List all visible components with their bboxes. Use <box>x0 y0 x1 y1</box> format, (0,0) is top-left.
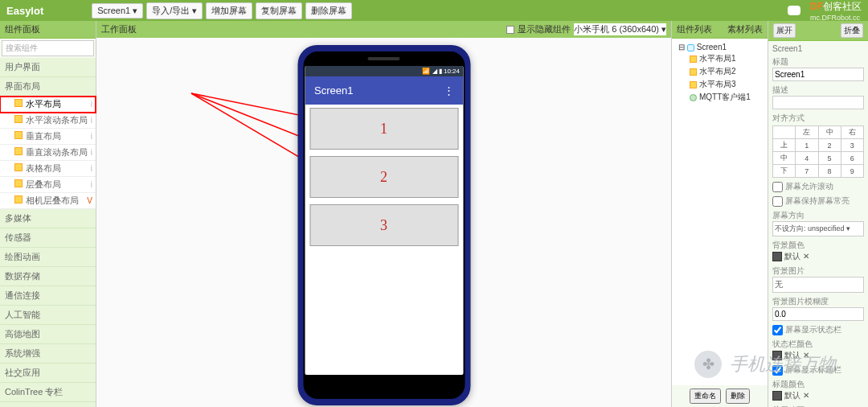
palette-category[interactable]: 系统增强 <box>0 344 96 364</box>
layout-item[interactable]: 相机层叠布局V <box>0 193 96 209</box>
show-title-checkbox[interactable] <box>772 365 783 376</box>
palette-category[interactable]: 传感器 <box>0 228 96 248</box>
layout-item[interactable]: 表格布局i <box>0 161 96 177</box>
device-preview: 📶 ◢ ▮ 10:24 Screen1 ⋮ 1 2 3 <box>297 45 470 405</box>
import-export-button[interactable]: 导入/导出 ▾ <box>146 2 203 19</box>
workspace-title: 工作面板 <box>101 23 137 35</box>
tree-item-ha3[interactable]: 水平布局3 <box>675 78 764 91</box>
layout-item[interactable]: 垂直滚动条布局i <box>0 145 96 161</box>
app-bar: Screen1 ⋮ <box>305 76 463 105</box>
component-tree[interactable]: ⊟ Screen1 水平布局1 水平布局2 水平布局3 MQTT客户端1 <box>672 39 768 385</box>
tree-item-ha2[interactable]: 水平布局2 <box>675 65 764 78</box>
show-status-checkbox[interactable] <box>772 325 783 335</box>
robot-icon <box>783 2 805 18</box>
palette-header: 组件面板 <box>0 21 96 39</box>
tree-item-ha1[interactable]: 水平布局1 <box>675 52 764 65</box>
orientation-select[interactable]: 不设方向: unspecified ▾ <box>772 221 864 236</box>
palette-category[interactable]: 高德地图 <box>0 325 96 344</box>
cat-layout[interactable]: 界面布局 <box>0 77 96 97</box>
desc-input[interactable] <box>772 96 864 109</box>
device-select[interactable]: 小米手机 6 (360x640) ▾ <box>574 23 666 35</box>
palette-category[interactable]: 社交应用 <box>0 364 96 383</box>
selected-component: Screen1 <box>772 44 864 53</box>
component-palette: 组件面板 搜索组件 用户界面 界面布局 水平布局i水平滚动条布局i垂直布局i垂直… <box>0 21 96 407</box>
horizontal-arrangement-1[interactable]: 1 <box>309 108 458 150</box>
tree-root[interactable]: ⊟ Screen1 <box>675 42 764 52</box>
palette-category[interactable]: 多媒体 <box>0 209 96 228</box>
screen-dropdown[interactable]: Screen1 ▾ <box>92 3 143 18</box>
layout-item[interactable]: 层叠布局i <box>0 177 96 193</box>
palette-category[interactable]: ColinTree 专栏 <box>0 383 96 402</box>
asset-list-button[interactable]: 素材列表 <box>727 23 763 35</box>
properties-panel: 展开 折叠 Screen1 标题 描述 对齐方式 左中右 上123 中456 下… <box>768 21 868 407</box>
align-grid[interactable]: 左中右 上123 中456 下789 <box>772 125 864 178</box>
collapse-button[interactable]: 折叠 <box>841 23 863 38</box>
statuscolor-swatch[interactable]: 默认 ✕ <box>772 350 864 361</box>
status-bar: 📶 ◢ ▮ 10:24 <box>305 66 463 76</box>
component-tree-title: 组件列表 <box>677 23 712 35</box>
horizontal-arrangement-3[interactable]: 3 <box>309 204 458 246</box>
expand-button[interactable]: 展开 <box>773 23 796 38</box>
scroll-checkbox[interactable] <box>772 182 783 192</box>
horizontal-arrangement-2[interactable]: 2 <box>309 156 458 198</box>
palette-category[interactable]: 通信连接 <box>0 286 96 306</box>
label-desc: 描述 <box>772 84 864 96</box>
layout-item[interactable]: 水平布局i <box>0 97 96 113</box>
palette-category[interactable]: 数据存储 <box>0 267 96 286</box>
label-title: 标题 <box>772 56 864 68</box>
rename-button[interactable]: 重命名 <box>690 388 721 404</box>
add-screen-button[interactable]: 增加屏幕 <box>206 2 252 19</box>
hide-components-checkbox[interactable] <box>506 26 514 34</box>
delete-component-button[interactable]: 删除 <box>726 388 750 404</box>
keep-awake-checkbox[interactable] <box>772 196 783 207</box>
copy-screen-button[interactable]: 复制屏幕 <box>256 2 302 19</box>
layout-item[interactable]: 垂直布局i <box>0 129 96 145</box>
brand-logo: DF创客社区 mc.DFRobot.cc <box>783 0 862 22</box>
app-title: EasyIot <box>6 5 43 17</box>
palette-category[interactable]: 绘图动画 <box>0 248 96 267</box>
title-input[interactable] <box>772 68 864 81</box>
clarity-input[interactable] <box>772 307 864 321</box>
layout-item[interactable]: 水平滚动条布局i <box>0 113 96 129</box>
bgimage-select[interactable]: 无 <box>772 277 864 293</box>
bgcolor-swatch[interactable]: 默认 ✕ <box>772 251 864 262</box>
palette-search[interactable]: 搜索组件 <box>2 40 94 56</box>
top-bar: EasyIot Screen1 ▾ 导入/导出 ▾ 增加屏幕 复制屏幕 删除屏幕… <box>0 0 868 21</box>
component-tree-panel: 组件列表 素材列表 ⊟ Screen1 水平布局1 水平布局2 水平布局3 MQ… <box>672 21 768 407</box>
hide-components-label: 显示隐藏组件 <box>518 23 571 35</box>
appbar-title: Screen1 <box>314 84 353 97</box>
cat-ui[interactable]: 用户界面 <box>0 58 96 77</box>
delete-screen-button[interactable]: 删除屏幕 <box>305 2 352 19</box>
palette-category[interactable]: 人工智能 <box>0 306 96 325</box>
label-align: 对齐方式 <box>772 113 864 124</box>
titlecolor-swatch[interactable]: 默认 ✕ <box>772 390 864 401</box>
palette-category[interactable]: Taifun 专栏 <box>0 402 96 407</box>
tree-item-mqtt[interactable]: MQTT客户端1 <box>675 91 764 104</box>
workspace: 工作面板 显示隐藏组件 小米手机 6 (360x640) ▾ 📶 ◢ ▮ 10:… <box>96 21 672 407</box>
menu-dots-icon[interactable]: ⋮ <box>444 84 453 97</box>
